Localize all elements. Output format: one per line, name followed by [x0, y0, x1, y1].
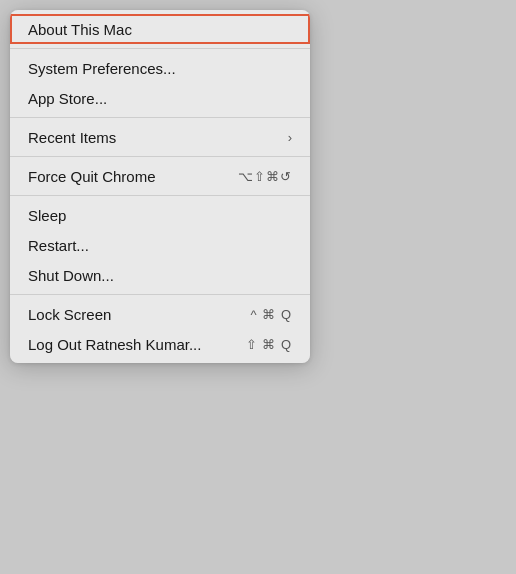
menu-item-shut-down[interactable]: Shut Down...	[10, 260, 310, 290]
menu-item-shortcut: ^ ⌘ Q	[251, 307, 292, 322]
menu-item-label: Restart...	[28, 237, 89, 254]
menu-divider-1	[10, 48, 310, 49]
menu-item-label: Lock Screen	[28, 306, 111, 323]
menu-item-log-out[interactable]: Log Out Ratnesh Kumar... ⇧ ⌘ Q	[10, 329, 310, 359]
menu-divider-4	[10, 195, 310, 196]
menu-item-label: Log Out Ratnesh Kumar...	[28, 336, 201, 353]
menu-item-force-quit[interactable]: Force Quit Chrome ⌥⇧⌘↺	[10, 161, 310, 191]
menu-item-system-preferences[interactable]: System Preferences...	[10, 53, 310, 83]
apple-menu: About This Mac System Preferences... App…	[10, 10, 310, 363]
menu-item-restart[interactable]: Restart...	[10, 230, 310, 260]
menu-divider-3	[10, 156, 310, 157]
menu-item-about-this-mac[interactable]: About This Mac	[10, 14, 310, 44]
menu-item-shortcut: ⇧ ⌘ Q	[246, 337, 292, 352]
submenu-chevron-icon: ›	[288, 130, 292, 145]
menu-divider-5	[10, 294, 310, 295]
menu-item-label: Shut Down...	[28, 267, 114, 284]
menu-item-sleep[interactable]: Sleep	[10, 200, 310, 230]
menu-item-app-store[interactable]: App Store...	[10, 83, 310, 113]
menu-item-label: App Store...	[28, 90, 107, 107]
menu-item-label: Recent Items	[28, 129, 116, 146]
menu-item-shortcut: ⌥⇧⌘↺	[238, 169, 292, 184]
menu-item-lock-screen[interactable]: Lock Screen ^ ⌘ Q	[10, 299, 310, 329]
menu-divider-2	[10, 117, 310, 118]
menu-item-recent-items[interactable]: Recent Items ›	[10, 122, 310, 152]
menu-item-label: System Preferences...	[28, 60, 176, 77]
menu-item-label: About This Mac	[28, 21, 132, 38]
menu-item-label: Sleep	[28, 207, 66, 224]
menu-item-label: Force Quit Chrome	[28, 168, 156, 185]
